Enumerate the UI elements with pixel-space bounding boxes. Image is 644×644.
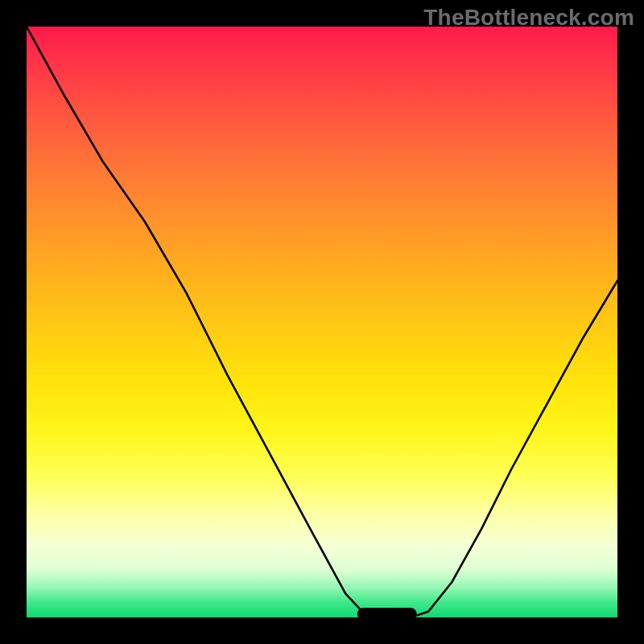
curve-svg xyxy=(27,27,617,617)
watermark-text: TheBottleneck.com xyxy=(423,5,634,31)
curve-right-branch xyxy=(411,281,617,617)
chart-frame: TheBottleneck.com xyxy=(0,0,644,644)
curve-left-branch xyxy=(27,27,375,617)
plot-area xyxy=(27,27,617,617)
